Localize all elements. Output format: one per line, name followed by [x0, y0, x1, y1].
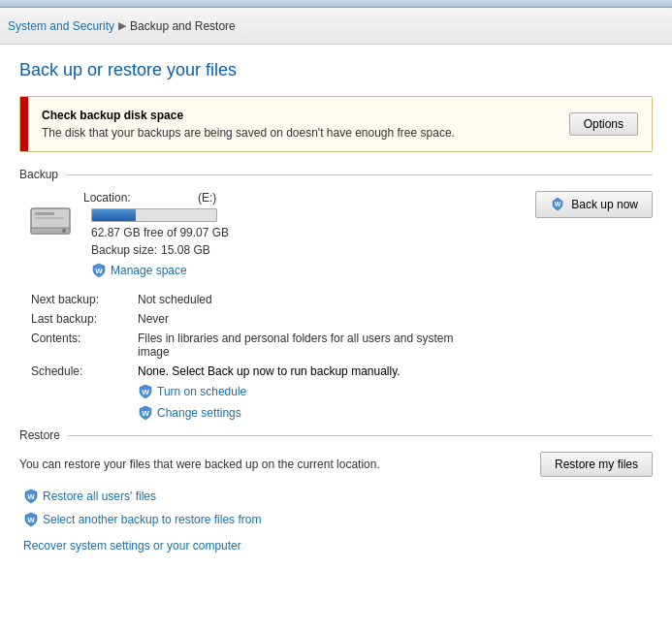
- contents-value: Files in libraries and personal folders …: [138, 332, 487, 359]
- restore-section: Restore You can restore your files that …: [19, 428, 653, 553]
- contents-label: Contents:: [31, 332, 138, 345]
- svg-rect-4: [35, 217, 64, 219]
- warning-content: Check backup disk space The disk that yo…: [28, 97, 652, 151]
- restore-all-users-link[interactable]: W Restore all users' files: [23, 489, 653, 504]
- back-up-now-button[interactable]: W Back up now: [535, 191, 653, 218]
- backup-size-label: Backup size:: [91, 243, 157, 257]
- svg-rect-3: [35, 212, 54, 215]
- restore-section-line: [68, 435, 653, 436]
- svg-text:W: W: [27, 492, 35, 501]
- manage-space-shield-icon: W: [91, 263, 107, 278]
- warning-red-bar: [20, 97, 28, 151]
- select-another-shield-icon: W: [23, 512, 39, 527]
- restore-my-files-button[interactable]: Restore my files: [540, 452, 653, 477]
- svg-point-2: [62, 229, 66, 233]
- schedule-label: Schedule:: [31, 364, 138, 378]
- breadcrumb-separator: ▶: [118, 19, 126, 32]
- location-details: Location: (E:) 62.87 GB free of 99.07 GB…: [83, 191, 229, 281]
- last-backup-row: Last backup: Never: [27, 312, 653, 326]
- schedule-row: Schedule: None. Select Back up now to ru…: [27, 364, 653, 421]
- recover-system-label: Recover system settings or your computer: [23, 539, 241, 553]
- restore-description: You can restore your files that were bac…: [19, 458, 380, 471]
- restore-all-users-label: Restore all users' files: [43, 490, 156, 503]
- warning-text-area: Check backup disk space The disk that yo…: [42, 109, 455, 140]
- info-rows: Next backup: Not scheduled Last backup: …: [27, 293, 653, 421]
- options-button[interactable]: Options: [569, 112, 638, 136]
- change-settings-link[interactable]: W Change settings: [138, 405, 400, 421]
- schedule-value-area: None. Select Back up now to run backup m…: [138, 364, 400, 421]
- select-another-backup-label: Select another backup to restore files f…: [43, 513, 261, 526]
- back-up-now-label: Back up now: [571, 198, 638, 211]
- backup-size-value: 15.08 GB: [161, 243, 210, 257]
- svg-text:W: W: [555, 201, 561, 207]
- main-content: Back up or restore your files Check back…: [0, 45, 672, 632]
- svg-text:W: W: [142, 388, 149, 396]
- drive-icon-area: [27, 206, 74, 246]
- schedule-value: None. Select Back up now to run backup m…: [138, 364, 400, 378]
- svg-text:W: W: [27, 516, 35, 524]
- manage-space-label: Manage space: [111, 264, 187, 277]
- manage-space-row: W Manage space: [91, 261, 229, 281]
- next-backup-row: Next backup: Not scheduled: [27, 293, 653, 306]
- next-backup-value: Not scheduled: [138, 293, 212, 306]
- warning-box: Check backup disk space The disk that yo…: [19, 96, 653, 152]
- select-another-backup-link[interactable]: W Select another backup to restore files…: [23, 512, 653, 527]
- next-backup-label: Next backup:: [31, 293, 138, 306]
- title-bar: [0, 0, 672, 8]
- backup-section-line: [66, 174, 653, 175]
- space-free: 62.87 GB free of 99.07 GB: [91, 226, 229, 239]
- manage-space-link[interactable]: W Manage space: [91, 263, 187, 278]
- svg-text:W: W: [95, 267, 103, 275]
- backup-section-label: Backup: [19, 168, 58, 181]
- turn-on-schedule-label: Turn on schedule: [157, 385, 246, 398]
- breadcrumb-bar: System and Security ▶ Backup and Restore: [0, 8, 672, 45]
- change-settings-shield-icon: W: [138, 405, 153, 421]
- progress-bar-inner: [92, 209, 136, 221]
- warning-title: Check backup disk space: [42, 109, 455, 122]
- turn-on-schedule-shield-icon: W: [138, 384, 153, 399]
- contents-row: Contents: Files in libraries and persona…: [27, 332, 653, 359]
- svg-text:W: W: [142, 409, 149, 418]
- drive-icon: [27, 206, 74, 243]
- warning-description: The disk that your backups are being sav…: [42, 126, 455, 140]
- location-value: (E:): [198, 191, 216, 205]
- progress-bar-container: [91, 208, 229, 222]
- restore-section-header: Restore: [19, 428, 653, 442]
- restore-links: W Restore all users' files W Select anot…: [19, 487, 653, 527]
- last-backup-label: Last backup:: [31, 312, 138, 326]
- backup-size-row: Backup size: 15.08 GB: [91, 243, 229, 257]
- page-title: Back up or restore your files: [19, 60, 653, 80]
- restore-section-label: Restore: [19, 428, 60, 442]
- breadcrumb-backup-restore: Backup and Restore: [130, 19, 236, 33]
- backup-section-header: Backup: [19, 168, 653, 181]
- turn-on-schedule-link[interactable]: W Turn on schedule: [138, 384, 400, 399]
- breadcrumb-system-security[interactable]: System and Security: [8, 19, 114, 33]
- change-settings-label: Change settings: [157, 406, 241, 420]
- last-backup-value: Never: [138, 312, 169, 326]
- recover-system-link[interactable]: Recover system settings or your computer: [19, 539, 241, 553]
- progress-bar-outer: [91, 208, 217, 222]
- backup-icon: W: [550, 197, 565, 212]
- restore-main-row: You can restore your files that were bac…: [19, 452, 653, 477]
- location-label: Location:: [83, 191, 190, 205]
- restore-all-users-shield-icon: W: [23, 489, 39, 504]
- backup-content: Location: (E:) 62.87 GB free of 99.07 GB…: [19, 191, 653, 421]
